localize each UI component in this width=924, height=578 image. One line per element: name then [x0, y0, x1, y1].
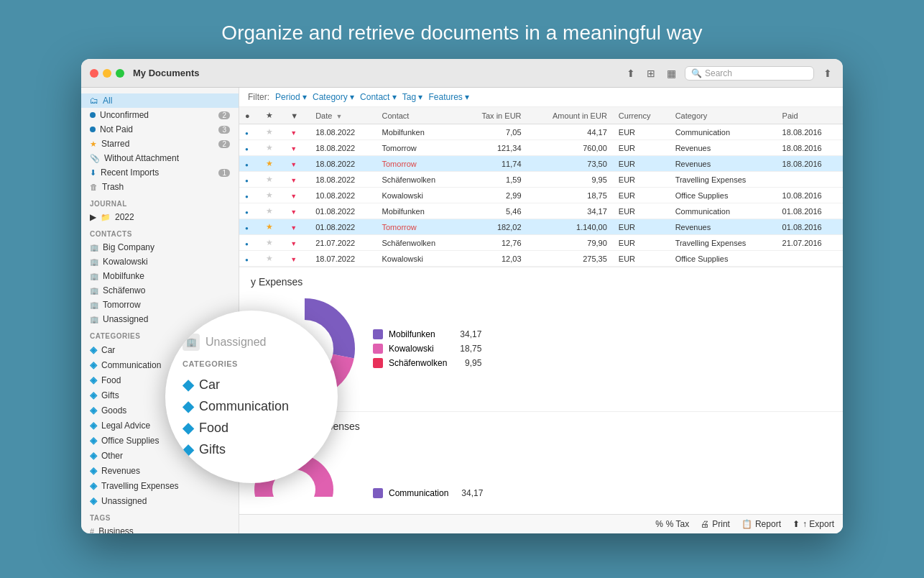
col-currency[interactable]: Currency: [613, 107, 670, 124]
sidebar-item-business[interactable]: # Business: [81, 524, 239, 533]
zoom-cat-communication-label: Communication: [199, 399, 289, 414]
row-dot: ●: [239, 188, 260, 203]
table-row[interactable]: ● ★ ▼ 10.08.2022 Kowalowski 2,99 18,75 E…: [239, 188, 843, 203]
col-amount[interactable]: Amount in EUR: [527, 107, 613, 124]
filter-period[interactable]: Period ▾: [275, 92, 307, 102]
contact-icon: 🏢: [90, 244, 98, 252]
row-contact: Tomorrow: [376, 219, 461, 235]
table-row[interactable]: ● ★ ▼ 18.08.2022 Tomorrow 121,34 760,00 …: [239, 140, 843, 156]
row-currency: EUR: [613, 188, 670, 203]
row-contact: Mobilfunken: [376, 124, 461, 140]
all-label: All: [103, 96, 112, 106]
export-button[interactable]: ⬆ ↑ Export: [793, 519, 834, 529]
calendar-icon[interactable]: ▦: [665, 67, 678, 80]
table-row[interactable]: ● ★ ▼ 18.08.2022 Tomorrow 11,74 73,50 EU…: [239, 156, 843, 172]
category-icon: ◈: [90, 495, 97, 506]
row-star: ★: [260, 219, 285, 235]
sidebar-item-recent-imports[interactable]: ⬇ Recent Imports 1: [81, 165, 239, 180]
category-icon: ◈: [90, 450, 97, 461]
sidebar-item-2022[interactable]: ▶ 📁 2022: [81, 210, 239, 224]
row-amount: 275,35: [527, 251, 613, 267]
sidebar-item-without-attachment[interactable]: 📎 Without Attachment: [81, 151, 239, 165]
table-row[interactable]: ● ★ ▼ 18.08.2022 Mobilfunken 7,05 44,17 …: [239, 124, 843, 140]
table-row[interactable]: ● ★ ▼ 18.07.2022 Kowalowski 12,03 275,35…: [239, 251, 843, 267]
table-row[interactable]: ● ★ ▼ 01.08.2022 Tomorrow 182,02 1.140,0…: [239, 219, 843, 235]
row-tax: 5,46: [461, 203, 527, 219]
table-row[interactable]: ● ★ ▼ 01.08.2022 Mobilfunken 5,46 34,17 …: [239, 203, 843, 219]
sidebar-item-trash[interactable]: 🗑 Trash: [81, 180, 239, 194]
row-flag: ▼: [285, 219, 310, 235]
row-tax: 12,76: [461, 235, 527, 251]
row-paid: 18.08.2016: [777, 140, 843, 156]
filter-features[interactable]: Features ▾: [428, 92, 469, 102]
row-currency: EUR: [613, 124, 670, 140]
zoom-arrow-food: ◆: [183, 419, 193, 436]
col-down: ▼: [285, 107, 310, 124]
filter-contact[interactable]: Contact ▾: [360, 92, 397, 102]
tag-business: Business: [98, 526, 134, 533]
row-date: 18.08.2022: [310, 172, 376, 188]
filter-tag[interactable]: Tag ▾: [402, 92, 423, 102]
row-contact: Tomorrow: [376, 140, 461, 156]
filter-label: Filter:: [248, 92, 269, 102]
col-date[interactable]: Date ▼: [310, 107, 376, 124]
minimize-button[interactable]: [103, 69, 111, 78]
chart2-legend: Communication 34,17: [373, 488, 483, 498]
col-paid[interactable]: Paid: [777, 107, 843, 124]
col-contact[interactable]: Contact: [376, 107, 461, 124]
col-star: ★: [260, 107, 285, 124]
category-icon: ◈: [90, 480, 97, 491]
category-icon: ◈: [90, 420, 97, 431]
legend-value-kowalowski: 18,75: [453, 344, 481, 354]
cat-food: Food: [101, 375, 121, 385]
legend-label-communication: Communication: [389, 488, 448, 498]
sidebar-item-travelling[interactable]: ◈ Travelling Expenses: [81, 478, 239, 493]
print-button[interactable]: 🖨 Print: [701, 519, 730, 529]
row-flag: ▼: [285, 124, 310, 140]
sidebar-item-unconfirmed[interactable]: Unconfirmed 2: [81, 108, 239, 122]
table-row[interactable]: ● ★ ▼ 21.07.2022 Schäfenwolken 12,76 79,…: [239, 235, 843, 251]
row-dot: ●: [239, 235, 260, 251]
zoom-header: 🏢 Unassigned: [183, 334, 267, 351]
documents-table: ● ★ ▼ Date ▼ Contact Tax in EUR Amount i…: [239, 107, 843, 514]
contact-schaefenwo: Schäfenwo: [103, 285, 145, 295]
close-button[interactable]: [90, 69, 98, 78]
upload-icon[interactable]: ⬆: [624, 67, 637, 80]
row-date: 18.08.2022: [310, 140, 376, 156]
row-star: ★: [260, 140, 285, 156]
row-category: Office Supplies: [670, 188, 777, 203]
legend-color-schaefenwolken: [373, 358, 383, 368]
table-row[interactable]: ● ★ ▼ 18.08.2022 Schäfenwolken 1,59 9,95…: [239, 172, 843, 188]
row-tax: 121,34: [461, 140, 527, 156]
layout-icon[interactable]: ⊞: [645, 67, 657, 80]
sidebar-item-tomorrow[interactable]: 🏢 Tomorrow: [81, 298, 239, 312]
contact-unassigned: Unassigned: [103, 314, 148, 324]
filter-category[interactable]: Category ▾: [313, 92, 354, 102]
sidebar-item-cat-unassigned[interactable]: ◈ Unassigned: [81, 493, 239, 508]
report-label: Report: [755, 519, 781, 529]
share-icon[interactable]: ⬆: [821, 67, 834, 80]
sidebar-item-kowalowski[interactable]: 🏢 Kowalowski: [81, 254, 239, 269]
report-button[interactable]: 📋 Report: [741, 519, 781, 529]
sidebar-item-notpaid[interactable]: Not Paid 3: [81, 122, 239, 137]
sidebar-item-mobilfunke[interactable]: 🏢 Mobilfunke: [81, 269, 239, 283]
recent-imports-label: Recent Imports: [101, 168, 159, 178]
row-tax: 7,05: [461, 124, 527, 140]
print-icon: 🖨: [701, 519, 709, 529]
unconfirmed-label: Unconfirmed: [100, 110, 149, 120]
sidebar-item-all[interactable]: 🗂 All: [81, 93, 239, 108]
col-tax[interactable]: Tax in EUR: [461, 107, 527, 124]
cat-officesupplies: Office Supplies: [101, 436, 160, 446]
row-currency: EUR: [613, 219, 670, 235]
sidebar-item-starred[interactable]: ★ Starred 2: [81, 137, 239, 151]
sidebar-item-bigcompany[interactable]: 🏢 Big Company: [81, 240, 239, 254]
tax-button[interactable]: % % Tax: [655, 519, 689, 529]
row-star: ★: [260, 156, 285, 172]
row-contact: Kowalowski: [376, 251, 461, 267]
col-category[interactable]: Category: [670, 107, 777, 124]
sidebar-item-schaefenwo[interactable]: 🏢 Schäfenwo: [81, 283, 239, 298]
maximize-button[interactable]: [116, 69, 124, 78]
search-bar[interactable]: 🔍 Search: [685, 66, 814, 81]
zoom-section-label: CATEGORIES: [183, 359, 238, 368]
row-dot: ●: [239, 124, 260, 140]
